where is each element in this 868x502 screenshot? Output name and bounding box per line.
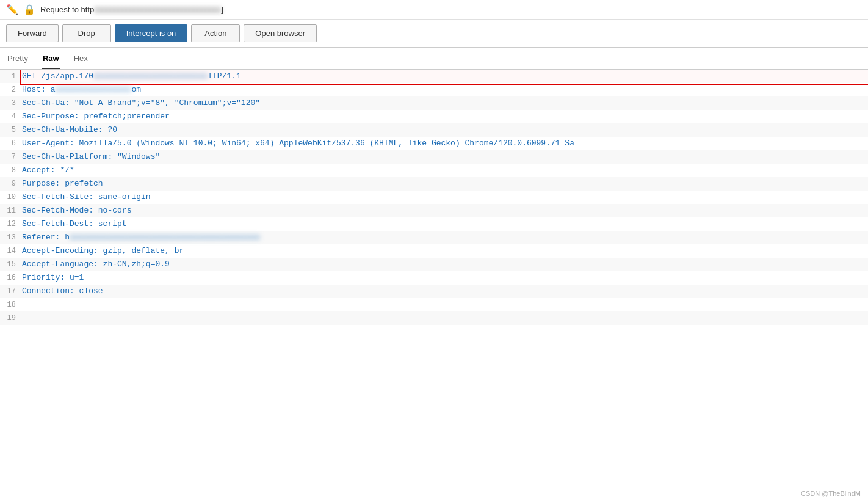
line-number: 8	[0, 164, 22, 177]
table-row: 15Accept-Language: zh-CN,zh;q=0.9	[0, 258, 868, 271]
line-number: 2	[0, 83, 22, 96]
tab-pretty[interactable]: Pretty	[6, 51, 29, 69]
line-content: Sec-Ch-Ua-Mobile: ?0	[22, 123, 868, 137]
line-content: GET /js/app.170xxxxxxxxxxxxxxxxxxxxxxxxT…	[22, 70, 868, 83]
line-number: 14	[0, 244, 22, 258]
line-number: 6	[0, 137, 22, 150]
table-row: 16Priority: u=1	[0, 271, 868, 285]
line-content: Referer: hxxxxxxxxxxxxxxxxxxxxxxxxxxxxxx…	[22, 231, 868, 244]
line-number: 4	[0, 110, 22, 123]
line-number: 7	[0, 150, 22, 164]
line-content: User-Agent: Mozilla/5.0 (Windows NT 10.0…	[22, 137, 868, 150]
line-content: Sec-Fetch-Site: same-origin	[22, 191, 868, 204]
line-content: Purpose: prefetch	[22, 177, 868, 191]
line-content: Accept-Encoding: gzip, deflate, br	[22, 244, 868, 258]
line-content: Accept: */*	[22, 164, 868, 177]
forward-button[interactable]: Forward	[6, 24, 59, 42]
line-content: Connection: close	[22, 285, 868, 298]
table-row: 3Sec-Ch-Ua: "Not_A_Brand";v="8", "Chromi…	[0, 96, 868, 110]
line-content: Accept-Language: zh-CN,zh;q=0.9	[22, 258, 868, 271]
table-row: 17Connection: close	[0, 285, 868, 298]
line-number: 11	[0, 204, 22, 217]
line-number: 5	[0, 123, 22, 137]
table-row: 14Accept-Encoding: gzip, deflate, br	[0, 244, 868, 258]
table-row: 9Purpose: prefetch	[0, 177, 868, 191]
tab-hex[interactable]: Hex	[73, 51, 89, 69]
table-row: 19	[0, 311, 868, 325]
line-content: Sec-Purpose: prefetch;prerender	[22, 110, 868, 123]
content-area: 1GET /js/app.170xxxxxxxxxxxxxxxxxxxxxxxx…	[0, 70, 868, 325]
line-content: Host: axxxxxxxxxxxxxxxxom	[22, 83, 868, 96]
line-number: 12	[0, 217, 22, 231]
line-content: Sec-Fetch-Dest: script	[22, 217, 868, 231]
lock-icon: 🔒	[23, 4, 35, 15]
line-number: 13	[0, 231, 22, 244]
line-content: Sec-Ch-Ua: "Not_A_Brand";v="8", "Chromiu…	[22, 96, 868, 110]
title-text: Request to httpxxxxxxxxxxxxxxxxxxxxxxxxx…	[40, 5, 223, 14]
toolbar: Forward Drop Intercept is on Action Open…	[0, 20, 868, 48]
table-row: 7Sec-Ch-Ua-Platform: "Windows"	[0, 150, 868, 164]
line-number: 15	[0, 258, 22, 271]
line-content: Priority: u=1	[22, 271, 868, 285]
table-row: 11Sec-Fetch-Mode: no-cors	[0, 204, 868, 217]
intercept-button[interactable]: Intercept is on	[115, 24, 188, 42]
watermark: CSDN @TheBlindM	[801, 490, 861, 497]
line-number: 16	[0, 271, 22, 285]
line-number: 9	[0, 177, 22, 191]
table-row: 4Sec-Purpose: prefetch;prerender	[0, 110, 868, 123]
line-number: 10	[0, 191, 22, 204]
action-button[interactable]: Action	[191, 24, 240, 42]
table-row: 5Sec-Ch-Ua-Mobile: ?0	[0, 123, 868, 137]
table-row: 13Referer: hxxxxxxxxxxxxxxxxxxxxxxxxxxxx…	[0, 231, 868, 244]
tabs-bar: Pretty Raw Hex	[0, 48, 868, 70]
open-browser-button[interactable]: Open browser	[244, 24, 317, 42]
table-row: 1GET /js/app.170xxxxxxxxxxxxxxxxxxxxxxxx…	[0, 70, 868, 83]
table-row: 18	[0, 298, 868, 311]
title-bar: ✏️ 🔒 Request to httpxxxxxxxxxxxxxxxxxxxx…	[0, 0, 868, 20]
table-row: 6User-Agent: Mozilla/5.0 (Windows NT 10.…	[0, 137, 868, 150]
line-number: 19	[0, 311, 22, 325]
table-row: 8Accept: */*	[0, 164, 868, 177]
table-row: 10Sec-Fetch-Site: same-origin	[0, 191, 868, 204]
table-row: 12Sec-Fetch-Dest: script	[0, 217, 868, 231]
line-number: 18	[0, 298, 22, 311]
line-content: Sec-Fetch-Mode: no-cors	[22, 204, 868, 217]
line-content: Sec-Ch-Ua-Platform: "Windows"	[22, 150, 868, 164]
tab-raw[interactable]: Raw	[42, 51, 60, 69]
line-number: 17	[0, 285, 22, 298]
pencil-icon: ✏️	[6, 4, 18, 15]
line-number: 1	[0, 70, 22, 83]
drop-button[interactable]: Drop	[62, 24, 111, 42]
table-row: 2Host: axxxxxxxxxxxxxxxxom	[0, 83, 868, 96]
line-number: 3	[0, 96, 22, 110]
